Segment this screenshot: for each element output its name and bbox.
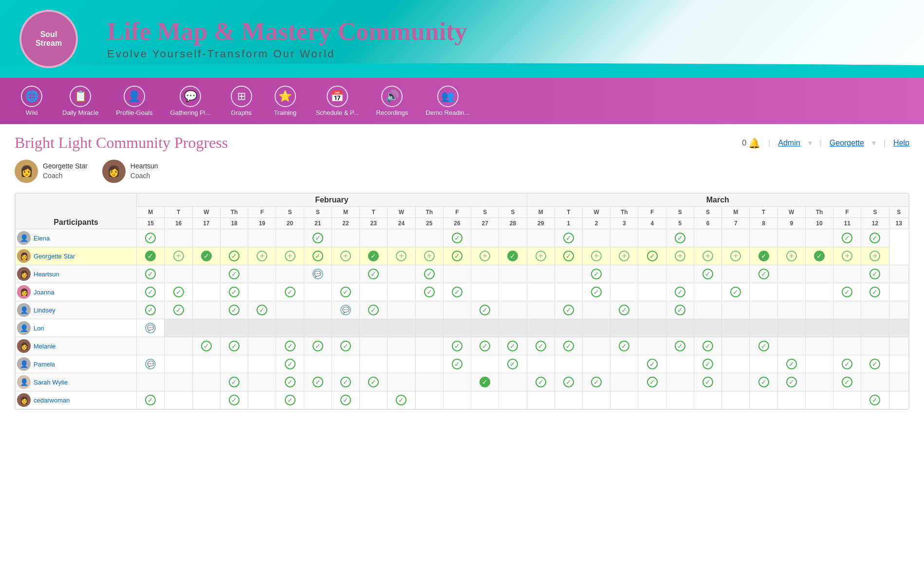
check-cell[interactable]: ✓ [842,233,852,243]
check-cell[interactable]: ✓ [563,341,574,351]
check-cell[interactable]: ✓ [758,377,769,387]
check-cell[interactable]: ✓ [786,377,797,387]
comment-cell[interactable]: 💬 [145,359,156,369]
check-cell[interactable]: ✓ [340,287,351,297]
plus-cell[interactable]: + [257,251,267,261]
check-cell[interactable]: ✓ [285,341,296,351]
sarah-wylie-link[interactable]: 👤 Sarah Wylie [17,375,135,389]
check-cell[interactable]: ✓ [452,233,462,243]
check-cell[interactable]: ✓ [563,305,574,315]
nav-training[interactable]: ⭐ Training [263,82,307,120]
check-cell[interactable]: ✓ [368,377,379,387]
plus-cell[interactable]: + [536,251,546,261]
check-cell[interactable]: ✓ [452,341,462,351]
nav-wiki[interactable]: 🌐 Wiki [10,82,54,120]
check-cell[interactable]: ✓ [201,341,212,351]
check-cell[interactable]: ✓ [368,305,379,315]
check-cell[interactable]: ✓ [702,269,713,279]
check-cell[interactable]: ✓ [675,233,685,243]
plus-cell[interactable]: + [480,251,490,261]
check-cell[interactable]: ✓ [173,305,184,315]
check-cell[interactable]: ✓ [340,341,351,351]
check-cell[interactable]: ✓ [786,359,797,369]
check-cell[interactable]: ✓ [452,359,462,369]
check-cell[interactable]: ✓ [869,395,880,405]
nav-recordings[interactable]: 🔊 Recordings [368,82,417,120]
check-cell[interactable]: ✓ [285,377,296,387]
plus-cell[interactable]: + [675,251,685,261]
check-cell[interactable]: ✓ [563,377,574,387]
nav-graphs[interactable]: ⊞ Graphs [220,82,263,120]
check-cell[interactable]: ✓ [285,359,296,369]
check-cell[interactable]: ✓ [313,341,323,351]
plus-cell[interactable]: + [173,251,184,261]
joanna-link[interactable]: 👩 Joanna [17,285,135,299]
check-cell[interactable]: ✓ [229,305,240,315]
plus-cell[interactable]: + [424,251,435,261]
user-link[interactable]: Georgette [830,139,864,147]
check-cell[interactable]: ✓ [507,359,518,369]
check-cell[interactable]: ✓ [647,359,658,369]
check-cell[interactable]: ✓ [869,287,880,297]
plus-cell[interactable]: + [619,251,629,261]
lori-link[interactable]: 👤 Lori [17,321,135,335]
check-cell[interactable]: ✓ [201,251,212,261]
check-cell[interactable]: ✓ [145,251,156,261]
check-cell[interactable]: ✓ [145,269,156,279]
check-cell[interactable]: ✓ [452,287,462,297]
check-cell[interactable]: ✓ [368,251,379,261]
nav-profile-goals[interactable]: 👤 Profile-Goals [107,82,161,120]
check-cell[interactable]: ✓ [507,341,518,351]
check-cell[interactable]: ✓ [675,341,685,351]
cedarwoman-link[interactable]: 👩 cedarwoman [17,393,135,407]
check-cell[interactable]: ✓ [647,377,658,387]
check-cell[interactable]: ✓ [869,233,880,243]
check-cell[interactable]: ✓ [285,287,296,297]
check-cell[interactable]: ✓ [229,377,240,387]
elena-link[interactable]: 👤 Elena [17,231,135,245]
check-cell[interactable]: ✓ [424,287,435,297]
check-cell[interactable]: ✓ [591,269,602,279]
check-cell[interactable]: ✓ [229,287,240,297]
georgette-star-link[interactable]: 👩 Georgette Star [17,249,135,263]
plus-cell[interactable]: + [869,251,880,261]
check-cell[interactable]: ✓ [313,233,323,243]
check-cell[interactable]: ✓ [340,377,351,387]
check-cell[interactable]: ✓ [229,269,240,279]
comment-cell[interactable]: 💬 [145,323,156,333]
check-cell[interactable]: ✓ [563,233,574,243]
comment-cell[interactable]: 💬 [340,305,351,315]
check-cell[interactable]: ✓ [730,287,741,297]
plus-cell[interactable]: + [786,251,797,261]
plus-cell[interactable]: + [396,251,407,261]
plus-cell[interactable]: + [842,251,852,261]
check-cell[interactable]: ✓ [536,377,546,387]
lindsey-link[interactable]: 👤 Lindsey [17,303,135,317]
check-cell[interactable]: ✓ [591,377,602,387]
nav-gathering[interactable]: 💬 Gathering Pl... [162,82,220,120]
check-cell[interactable]: ✓ [591,287,602,297]
check-cell[interactable]: ✓ [563,251,574,261]
check-cell[interactable]: ✓ [869,269,880,279]
check-cell[interactable]: ✓ [842,359,852,369]
check-cell[interactable]: ✓ [145,305,156,315]
check-cell[interactable]: ✓ [313,251,323,261]
melanie-link[interactable]: 👩 Melanie [17,339,135,353]
admin-link[interactable]: Admin [778,139,800,147]
check-cell[interactable]: ✓ [675,305,685,315]
check-cell[interactable]: ✓ [340,395,351,405]
check-cell[interactable]: ✓ [368,269,379,279]
check-cell[interactable]: ✓ [480,305,490,315]
check-cell[interactable]: ✓ [452,251,462,261]
check-cell[interactable]: ✓ [842,287,852,297]
check-cell[interactable]: ✓ [145,395,156,405]
pamela-link[interactable]: 👤 Pamela [17,357,135,371]
check-cell[interactable]: ✓ [257,305,267,315]
check-cell[interactable]: ✓ [842,377,852,387]
check-cell[interactable]: ✓ [814,251,825,261]
check-cell[interactable]: ✓ [619,305,629,315]
check-cell[interactable]: ✓ [424,269,435,279]
help-link[interactable]: Help [893,139,909,147]
check-cell[interactable]: ✓ [647,251,658,261]
plus-cell[interactable]: + [591,251,602,261]
